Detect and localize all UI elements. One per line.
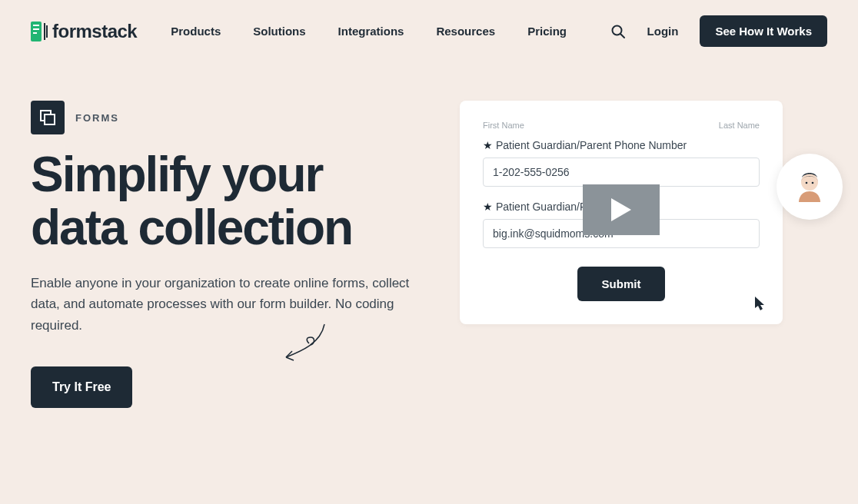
svg-rect-4 <box>44 23 45 40</box>
video-preview-card: First Name Last Name ★ Patient Guardian/… <box>460 101 783 324</box>
svg-point-6 <box>612 25 621 35</box>
assistant-avatar-icon <box>791 168 828 205</box>
svg-line-7 <box>620 34 624 38</box>
nav-products[interactable]: Products <box>171 25 221 38</box>
svg-rect-1 <box>33 25 39 26</box>
login-link[interactable]: Login <box>647 25 679 38</box>
name-row-labels: First Name Last Name <box>483 121 760 130</box>
play-button[interactable] <box>583 184 660 235</box>
svg-point-13 <box>806 182 808 184</box>
svg-marker-10 <box>611 198 631 221</box>
svg-rect-9 <box>45 114 55 124</box>
hero: FORMS Simplify your data collection Enab… <box>0 62 858 408</box>
required-star-icon: ★ <box>483 139 493 151</box>
badge-label: FORMS <box>75 112 119 124</box>
nav-solutions[interactable]: Solutions <box>253 25 305 38</box>
product-badge: FORMS <box>31 101 414 134</box>
submit-button[interactable]: Submit <box>577 267 666 301</box>
svg-rect-2 <box>33 28 39 30</box>
logo-mark-icon <box>31 22 48 41</box>
chat-assistant-button[interactable] <box>777 154 843 220</box>
svg-marker-11 <box>755 297 764 310</box>
main-nav: Products Solutions Integrations Resource… <box>171 25 567 38</box>
nav-integrations[interactable]: Integrations <box>338 25 404 38</box>
see-how-it-works-button[interactable]: See How It Works <box>700 15 827 47</box>
arrow-doodle-icon <box>278 320 332 370</box>
logo-text: formstack <box>52 21 137 42</box>
search-icon[interactable] <box>610 24 626 39</box>
first-name-label: First Name <box>483 121 524 130</box>
cursor-icon <box>755 297 766 313</box>
hero-right: First Name Last Name ★ Patient Guardian/… <box>444 101 827 408</box>
page-subtitle: Enable anyone in your organization to cr… <box>31 273 414 336</box>
nav-resources[interactable]: Resources <box>436 25 495 38</box>
phone-field-label: ★ Patient Guardian/Parent Phone Number <box>483 139 760 151</box>
hero-left: FORMS Simplify your data collection Enab… <box>31 101 414 408</box>
svg-point-14 <box>812 182 814 184</box>
svg-rect-3 <box>33 32 37 34</box>
try-it-free-button[interactable]: Try It Free <box>31 366 132 408</box>
svg-rect-5 <box>46 25 48 38</box>
required-star-icon: ★ <box>483 201 493 213</box>
nav-pricing[interactable]: Pricing <box>527 25 567 38</box>
last-name-label: Last Name <box>719 121 760 130</box>
page-title: Simplify your data collection <box>31 148 414 254</box>
svg-rect-0 <box>31 22 42 41</box>
forms-icon <box>31 101 65 134</box>
phone-input[interactable] <box>483 158 760 187</box>
play-icon <box>611 198 631 221</box>
header: formstack Products Solutions Integration… <box>0 0 858 62</box>
logo[interactable]: formstack <box>31 21 137 42</box>
